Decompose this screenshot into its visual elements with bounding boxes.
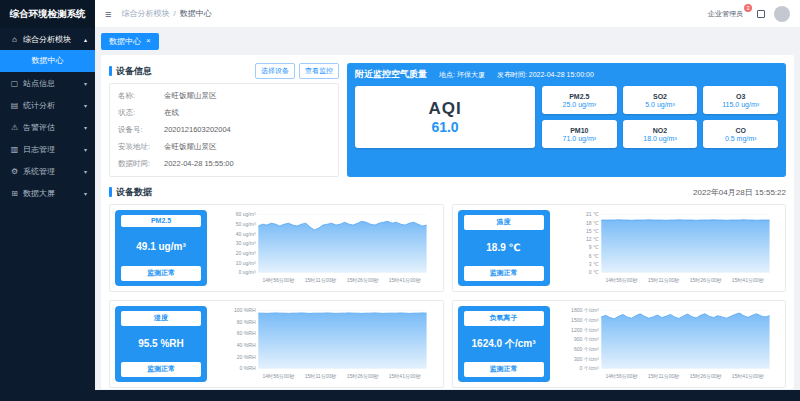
view-monitor-button[interactable]: 查看监控 [299, 63, 339, 79]
charts-grid: PM2.5 49.1 ug/m³ 监测正常 0 ug/m³10 ug/m³20 … [109, 204, 786, 388]
svg-text:1500 个/cm³: 1500 个/cm³ [571, 317, 599, 323]
field-value: 2022-04-28 15:55:00 [164, 159, 234, 169]
aqi-label: AQI [428, 99, 461, 119]
svg-text:15时11分00秒: 15时11分00秒 [305, 277, 338, 283]
svg-text:14时56分00秒: 14时56分00秒 [605, 277, 638, 283]
sidebar-item-log-management[interactable]: ▥ 日志管理 ▾ [0, 138, 95, 160]
negative-ion-label-chip: 负氧离子 [464, 311, 544, 326]
svg-text:80 %RH: 80 %RH [237, 319, 256, 325]
humidity-status-button[interactable]: 监测正常 [121, 362, 201, 377]
svg-text:14时56分00秒: 14时56分00秒 [262, 277, 295, 283]
title-accent-bar [109, 187, 112, 197]
metric-value: 71.0 ug/m³ [563, 135, 596, 142]
title-accent-bar [109, 66, 112, 76]
negative-ion-area-chart: 0 个/cm³300 个/cm³600 个/cm³900 个/cm³1200 个… [556, 306, 781, 382]
fullscreen-icon[interactable] [757, 10, 765, 18]
aqi-publish-time: 发布时间: 2022-04-28 15:00:00 [497, 70, 594, 80]
document-icon: ▥ [10, 145, 19, 154]
svg-text:0 ℃: 0 ℃ [588, 269, 598, 275]
user-role-text: 企业管理员 [708, 10, 743, 17]
metric-label: NO2 [653, 127, 667, 134]
svg-text:3 ℃: 3 ℃ [588, 261, 598, 267]
svg-text:40 ug/m³: 40 ug/m³ [236, 231, 256, 237]
svg-text:30 ug/m³: 30 ug/m³ [236, 240, 256, 246]
sidebar-item-label: 告警评估 [23, 122, 55, 133]
svg-text:50 ug/m³: 50 ug/m³ [236, 221, 256, 227]
device-data-header: 设备数据 2022年04月28日 15:55:22 [109, 186, 786, 199]
pm25-status-button[interactable]: 监测正常 [121, 266, 201, 281]
svg-text:14时56分00秒: 14时56分00秒 [605, 373, 638, 379]
sidebar-item-system-management[interactable]: ⚙ 系统管理 ▾ [0, 160, 95, 182]
metric-pm10: PM10 71.0 ug/m³ [542, 120, 617, 148]
svg-text:20 ug/m³: 20 ug/m³ [236, 250, 256, 256]
app-logo-title: 综合环境检测系统 [0, 0, 95, 28]
sidebar-item-label: 统计分析 [23, 100, 55, 111]
device-data-title: 设备数据 [116, 186, 152, 199]
svg-text:15 ℃: 15 ℃ [585, 228, 598, 234]
menu-toggle-icon[interactable]: ≡ [105, 8, 111, 20]
svg-text:15时11分00秒: 15时11分00秒 [305, 373, 338, 379]
svg-text:1800 个/cm³: 1800 个/cm³ [571, 307, 599, 313]
svg-text:100 %RH: 100 %RH [234, 307, 256, 313]
avatar[interactable] [774, 6, 790, 22]
user-role-label[interactable]: 企业管理员 3 [708, 9, 748, 19]
select-device-button[interactable]: 选择设备 [255, 63, 295, 79]
negative-ion-value-box: 负氧离子 1624.0 个/cm³ 监测正常 [458, 306, 550, 382]
monitor-icon: ▢ [10, 79, 19, 88]
aqi-panel-title: 附近监控空气质量 [355, 68, 427, 81]
chevron-down-icon: ▾ [84, 124, 87, 131]
breadcrumb-parent[interactable]: 综合分析模块 [121, 8, 169, 19]
temperature-value-box: 温度 18.9 ℃ 监测正常 [458, 210, 550, 286]
sidebar-item-alert-evaluation[interactable]: ⚠ 告警评估 ▾ [0, 116, 95, 138]
tab-data-center[interactable]: 数据中心 × [101, 33, 159, 50]
close-icon[interactable]: × [146, 37, 151, 45]
sidebar-item-site-info[interactable]: ▢ 站点信息 ▾ [0, 72, 95, 94]
metric-label: PM10 [570, 127, 588, 134]
svg-text:14时56分00秒: 14时56分00秒 [262, 373, 295, 379]
sidebar-item-analysis-module[interactable]: ⌂ 综合分析模块 ▴ [0, 28, 95, 50]
svg-text:15时41分00秒: 15时41分00秒 [389, 277, 422, 283]
svg-text:15时11分00秒: 15时11分00秒 [647, 277, 680, 283]
svg-text:0 ug/m³: 0 ug/m³ [238, 269, 255, 275]
field-value: 金旺饭耀山景区 [164, 142, 217, 152]
svg-text:21 ℃: 21 ℃ [585, 211, 598, 217]
tab-strip: 数据中心 × [95, 28, 800, 54]
sidebar-item-statistics[interactable]: ▤ 统计分析 ▾ [0, 94, 95, 116]
chevron-down-icon: ▾ [84, 102, 87, 109]
negative-ion-chart-card: 负氧离子 1624.0 个/cm³ 监测正常 0 个/cm³300 个/cm³6… [452, 300, 787, 388]
metric-value: 0.5 mg/m³ [725, 135, 757, 142]
metric-label: SO2 [653, 93, 667, 100]
pm25-area-chart: 0 ug/m³10 ug/m³20 ug/m³30 ug/m³40 ug/m³5… [213, 210, 438, 286]
svg-text:20 %RH: 20 %RH [237, 354, 256, 360]
main-area: ≡ 综合分析模块 / 数据中心 企业管理员 3 数据中心 × [95, 0, 800, 401]
field-value: 金旺饭耀山景区 [164, 91, 217, 101]
sidebar-item-label: 数据大屏 [23, 188, 55, 199]
chevron-down-icon: ▾ [84, 190, 87, 197]
gear-icon: ⚙ [10, 167, 19, 176]
alert-icon: ⚠ [10, 123, 19, 132]
metric-so2: SO2 5.0 ug/m³ [623, 86, 698, 114]
sidebar-item-label: 综合分析模块 [23, 34, 71, 45]
metric-value: 25.0 ug/m³ [563, 101, 596, 108]
sidebar-item-data-screen[interactable]: ⊞ 数据大屏 ▾ [0, 182, 95, 204]
humidity-label-chip: 湿度 [121, 311, 201, 326]
svg-text:1200 个/cm³: 1200 个/cm³ [571, 327, 599, 333]
svg-text:15时26分00秒: 15时26分00秒 [689, 277, 722, 283]
device-info-card: 设备信息 选择设备 查看监控 名称: 金旺饭耀山景区 状态: [109, 63, 339, 177]
app-window: 综合环境检测系统 ⌂ 综合分析模块 ▴ 数据中心 ▢ 站点信息 ▾ ▤ 统计分析… [0, 0, 800, 401]
negative-ion-status-button[interactable]: 监测正常 [464, 362, 544, 377]
svg-text:15时26分00秒: 15时26分00秒 [347, 373, 380, 379]
svg-text:60 %RH: 60 %RH [237, 330, 256, 336]
metric-label: PM2.5 [569, 93, 589, 100]
content-panel: 设备信息 选择设备 查看监控 名称: 金旺饭耀山景区 状态: [101, 55, 794, 389]
bottom-bar [0, 390, 800, 401]
breadcrumb-separator: / [173, 9, 175, 18]
humidity-current-value: 95.5 %RH [138, 338, 184, 349]
field-label: 名称: [118, 91, 164, 101]
sidebar-item-label: 系统管理 [23, 166, 55, 177]
aqi-value: 61.0 [431, 119, 458, 135]
info-row-data-time: 数据时间: 2022-04-28 15:55:00 [118, 155, 330, 172]
svg-text:60 ug/m³: 60 ug/m³ [236, 211, 256, 217]
temperature-status-button[interactable]: 监测正常 [464, 266, 544, 281]
sidebar-item-data-center[interactable]: 数据中心 [0, 50, 95, 72]
